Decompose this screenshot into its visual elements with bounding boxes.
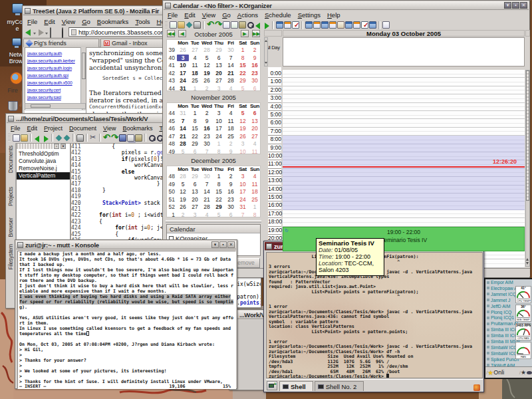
day-cell[interactable]: 1 [249, 203, 261, 210]
mozilla-sidebar-hscrollbar[interactable] [25, 103, 86, 109]
icq-contact[interactable]: Empor AIM [487, 280, 513, 285]
day-cell[interactable]: 2 [201, 110, 213, 116]
day-cell[interactable]: 5 [237, 85, 249, 92]
korganizer-diam-icon[interactable] [186, 22, 193, 29]
day-cell[interactable]: 25 [249, 196, 261, 203]
kate-arl-icon[interactable] [34, 134, 41, 142]
close-icon[interactable]: ✕ [520, 2, 527, 9]
day-cell[interactable]: 26 [201, 77, 213, 84]
day-cell[interactable]: 7 [237, 211, 249, 218]
kate-menu-edit[interactable]: Edit [24, 125, 41, 132]
day-cell[interactable]: 26 [177, 203, 189, 210]
kate-file-item[interactable]: Convolute.java [17, 158, 70, 165]
day-cell[interactable]: 7 [177, 118, 189, 124]
day-cell[interactable]: 6 [225, 211, 237, 218]
day-cell[interactable]: 22 [237, 70, 249, 76]
icq-contact[interactable]: Plonq ICQ1 [487, 315, 514, 320]
korganizer-menu-help[interactable]: Help [324, 11, 344, 19]
day-cell[interactable]: 11 [249, 181, 261, 188]
icq-contact[interactable]: Spiked Punch [487, 357, 519, 362]
sidebar-link[interactable]: javax.security.cert [27, 88, 61, 92]
kate-mag-icon[interactable] [148, 134, 156, 142]
online-status-label[interactable]: Onli [493, 369, 504, 376]
day-cell[interactable]: 4 [201, 211, 213, 218]
kate-copy-icon[interactable] [127, 134, 134, 142]
scroll-up-icon[interactable] [526, 257, 529, 261]
day-cell[interactable]: 1 [189, 110, 201, 116]
day-cell[interactable]: 3 [177, 55, 189, 61]
day-cell[interactable]: 5 [177, 181, 189, 188]
day-cell[interactable]: 26 [177, 47, 189, 53]
kate-disk-icon[interactable] [119, 134, 126, 142]
kate-menu-file[interactable]: File [7, 125, 24, 132]
korganizer-redo-icon[interactable] [215, 21, 222, 29]
korganizer-cal-icon[interactable] [313, 21, 321, 29]
day-cell[interactable]: 10 [237, 181, 249, 188]
sidebar-link[interactable]: javax.security.auth [27, 51, 62, 56]
day-cell[interactable]: 30 [225, 47, 237, 53]
day-cell[interactable]: 31 [177, 85, 189, 92]
korganizer-cal-icon[interactable] [329, 21, 336, 29]
kate-fold-icon[interactable] [21, 134, 28, 142]
day-cell[interactable]: 27 [189, 47, 201, 53]
minimize-icon[interactable]: ▾ [211, 241, 219, 248]
kate-filelist-handle[interactable] [17, 144, 53, 149]
korganizer-pagep-icon[interactable] [170, 21, 177, 29]
korganizer-calb-icon[interactable] [345, 21, 352, 29]
day-cell[interactable]: 13 [249, 118, 261, 124]
kate-menu-view[interactable]: View [100, 125, 119, 132]
close-icon[interactable]: ✕ [61, 144, 66, 149]
day-cell[interactable]: 25 [189, 77, 201, 84]
day-cell[interactable]: 3 [237, 173, 249, 180]
korganizer-calb-icon[interactable] [369, 21, 376, 29]
day-cell[interactable]: 3 [213, 110, 225, 116]
day-cell[interactable]: 6 [249, 110, 261, 116]
day-cell[interactable]: 24 [237, 196, 249, 203]
kate-sidetab-projects[interactable]: Projects [7, 187, 15, 206]
day-cell[interactable]: 5 [201, 55, 213, 61]
day-cell[interactable]: 1 [213, 140, 225, 147]
agenda-hour-row[interactable] [283, 201, 525, 209]
kate-menu-document[interactable]: Document [66, 125, 100, 132]
korganizer-calb-icon[interactable] [276, 21, 283, 29]
agenda-hour-row[interactable] [283, 210, 525, 218]
kate-undo-icon[interactable] [103, 134, 110, 142]
kate-menu-bookmarks[interactable]: Bookmarks [119, 125, 156, 132]
day-cell[interactable]: 22 [189, 133, 201, 140]
day-cell[interactable]: 2 [225, 173, 237, 180]
day-cell[interactable]: 9 [201, 118, 213, 124]
day-cell[interactable]: 10 [237, 148, 249, 155]
kate-cut-icon[interactable] [90, 134, 97, 142]
day-cell[interactable]: 29 [237, 77, 249, 84]
sidebar-link[interactable]: javax.security.auth.x500 [27, 80, 72, 85]
korganizer-toolbar-handle[interactable] [165, 21, 168, 29]
korganizer-page-icon[interactable] [223, 21, 230, 29]
icq-contact[interactable]: Pruitarman AI [487, 321, 518, 326]
minimize-icon[interactable]: ▾ [504, 2, 511, 9]
icq-contact[interactable]: JeffD AIM [487, 304, 510, 309]
korganizer-calb-icon[interactable] [321, 21, 329, 29]
korganizer-undo-icon[interactable] [207, 21, 214, 29]
sidebar-link[interactable]: javax.security.auth.kerber [27, 59, 75, 63]
day-cell[interactable]: 13 [213, 62, 225, 68]
mozilla-tab-1[interactable]: Pig's friends [23, 39, 99, 47]
sidebar-link[interactable]: javax.security.sasl [27, 95, 61, 100]
icq-contact[interactable]: Simba III ICQ [487, 327, 518, 332]
day-cell[interactable]: 17 [237, 188, 249, 195]
agenda-hour-row[interactable] [283, 103, 525, 111]
status-star-icon[interactable]: ★ [487, 369, 493, 376]
scrollbar-thumb[interactable] [31, 104, 51, 108]
scroll-up-icon[interactable] [265, 39, 267, 42]
korganizer-titlebar[interactable]: Calendar - <No filter> - KOrganizer ▾ ▪ … [164, 1, 529, 10]
day-cell[interactable]: 11 [189, 62, 201, 68]
allday-scrollbar[interactable] [264, 37, 268, 66]
day-cell[interactable]: 27 [213, 77, 225, 84]
network-browser-icon[interactable] [12, 38, 21, 46]
korganizer-fold-icon[interactable] [178, 21, 185, 29]
day-cell[interactable]: 31 [237, 203, 249, 210]
dock-icon[interactable]: ▫ [54, 144, 59, 149]
agenda-hour-row[interactable] [283, 152, 525, 160]
day-cell[interactable]: 5 [237, 110, 249, 116]
shell-tab-2[interactable]: Shell No. 2 [315, 381, 364, 391]
day-cell[interactable]: 16 [201, 125, 213, 132]
